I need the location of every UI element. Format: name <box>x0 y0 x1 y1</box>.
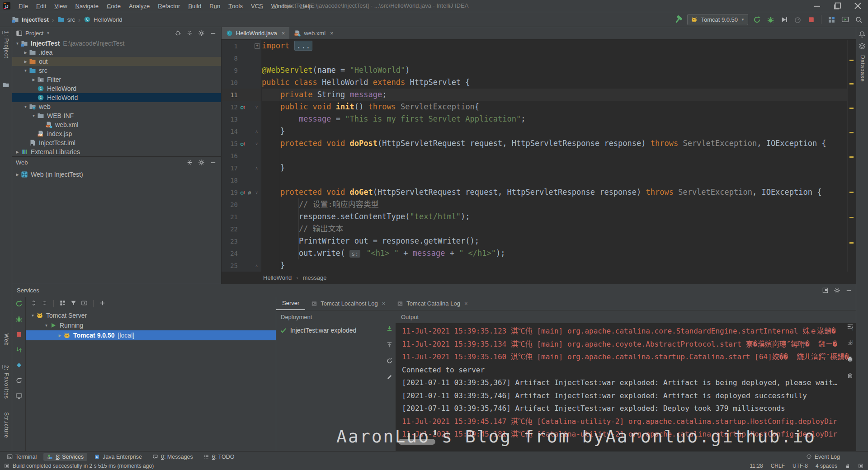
editor-tab-web-xml[interactable]: </>web.xml× <box>289 27 338 39</box>
tree-item-injecttest-iml[interactable]: InjectTest.iml <box>12 138 221 147</box>
gutter-line-16[interactable]: 16 <box>222 150 261 162</box>
minimize-button[interactable] <box>807 0 827 12</box>
tree-item-web-in-injecttest[interactable]: ▶Web (in InjectTest) <box>12 170 221 179</box>
menu-tools[interactable]: Tools <box>224 0 247 12</box>
gutter-line-24[interactable]: 24 <box>222 247 261 259</box>
breadcrumb-helloworld[interactable]: CHelloWorld <box>84 16 122 23</box>
profiler-button[interactable] <box>793 14 802 24</box>
gear-button[interactable] <box>832 287 841 295</box>
code-line-8[interactable] <box>262 52 848 64</box>
code-line-11[interactable]: private String message; <box>262 89 848 101</box>
gutter-line-19[interactable]: 19@∨ <box>222 186 261 198</box>
tree-item-web-inf[interactable]: ▼WEB-INF <box>12 111 221 120</box>
stop-button[interactable] <box>806 14 816 24</box>
expand-arrow-icon[interactable]: ▼ <box>14 42 21 46</box>
status-widget-4-spaces[interactable]: 4 spaces <box>816 463 837 469</box>
fold-marker-icon[interactable]: ∨ <box>254 141 259 146</box>
code-line-12[interactable]: public void init() throws ServletExcepti… <box>262 101 848 113</box>
menu-navigate[interactable]: Navigate <box>71 0 103 12</box>
fold-marker-icon[interactable]: ∧ <box>254 263 259 268</box>
code-editor[interactable]: import ...@WebServlet(name = "HelloWorld… <box>262 40 848 272</box>
gear-button[interactable] <box>197 159 206 167</box>
code-line-21[interactable]: response.setContentType("text/html"); <box>262 211 848 223</box>
expand-arrow-icon[interactable]: ▼ <box>22 69 29 73</box>
expand-arrow-icon[interactable]: ▼ <box>43 324 50 328</box>
code-line-23[interactable]: PrintWriter out = response.getWriter(); <box>262 235 848 247</box>
rerun-button[interactable] <box>15 300 23 309</box>
coverage-button[interactable] <box>779 14 789 24</box>
code-line-25[interactable]: } <box>262 259 848 272</box>
output-console[interactable]: 11-Jul-2021 15:39:35.123 淇℃伅 [main] org.… <box>396 323 856 451</box>
fold-marker-icon[interactable]: ∨ <box>254 190 259 195</box>
debug-button[interactable] <box>15 315 23 324</box>
group-button[interactable] <box>59 300 66 308</box>
bell-icon[interactable] <box>859 31 866 38</box>
tree-item-idea[interactable]: ▶.idea <box>12 48 221 57</box>
layout-button[interactable] <box>826 14 836 24</box>
fold-marker-icon[interactable]: ∨ <box>254 105 259 109</box>
code-line-18[interactable] <box>262 174 848 186</box>
debug-button[interactable] <box>765 14 775 24</box>
gutter-line-11[interactable]: 11 <box>222 89 261 101</box>
menu-edit[interactable]: Edit <box>32 0 50 12</box>
gutter-line-20[interactable]: 20 <box>222 198 261 211</box>
tree-item-running[interactable]: ▼Running <box>26 320 276 330</box>
frame-button[interactable] <box>81 300 88 308</box>
sidebar-tab-project[interactable]: 1: Project <box>0 31 12 58</box>
preview-button[interactable] <box>840 14 850 24</box>
hide-button[interactable] <box>208 159 217 167</box>
monitor-button[interactable] <box>15 392 23 401</box>
gem-button[interactable] <box>15 362 23 371</box>
tree-item-helloworld[interactable]: CHelloWorld <box>12 93 221 102</box>
gutter-line-14[interactable]: 14∧ <box>222 125 261 137</box>
sidebar-tab-structure[interactable]: Structure <box>0 412 12 438</box>
add-button[interactable] <box>99 300 106 308</box>
filter-button[interactable] <box>70 300 77 308</box>
tree-item-tomcat-9-0-50[interactable]: ▶Tomcat 9.0.50[local] <box>26 330 276 340</box>
scrollend-button[interactable] <box>847 339 854 348</box>
gutter-line-9[interactable]: 9 <box>222 64 261 76</box>
code-line-1[interactable]: import ... <box>262 40 848 52</box>
code-line-9[interactable]: @WebServlet(name = "HelloWorld") <box>262 64 848 76</box>
gutter-line-23[interactable]: 23 <box>222 235 261 247</box>
status-widget-crlf[interactable]: CRLF <box>771 463 785 469</box>
tree-item-helloword[interactable]: CHelloWord <box>12 84 221 93</box>
fold-marker-icon[interactable]: ∧ <box>254 166 259 170</box>
close-tab-icon[interactable]: × <box>464 300 468 307</box>
code-line-15[interactable]: protected void doPost(HttpServletRequest… <box>262 137 848 150</box>
toolwindow-button-terminal[interactable]: Terminal <box>3 453 40 461</box>
close-tab-icon[interactable]: × <box>330 30 334 37</box>
float-button[interactable] <box>821 287 830 295</box>
deploy-button[interactable] <box>15 346 23 355</box>
expand-arrow-icon[interactable]: ▼ <box>22 105 29 109</box>
sidebar-tab-database[interactable]: Database <box>856 55 868 82</box>
gutter-line-8[interactable]: 8 <box>222 52 261 64</box>
services-tab-tomcat-localhost-log[interactable]: Tomcat Localhost Log× <box>305 297 391 310</box>
menu-code[interactable]: Code <box>103 0 125 12</box>
gutter-line-18[interactable]: 18 <box>222 174 261 186</box>
horizontal-scrollbar-thumb[interactable] <box>398 439 435 445</box>
gutter-line-15[interactable]: 15∨ <box>222 137 261 150</box>
hide-button[interactable] <box>208 29 217 37</box>
code-line-20[interactable]: // 设置:响应内容类型 <box>262 198 848 211</box>
collapse-button[interactable] <box>185 29 194 37</box>
hide-button[interactable] <box>844 287 853 295</box>
toolwindow-button-java-enterprise[interactable]: EJava Enterprise <box>90 453 146 461</box>
breadcrumb-src[interactable]: src <box>57 16 75 23</box>
expand-button[interactable] <box>30 300 37 308</box>
refresh-button[interactable] <box>15 377 23 386</box>
expand-arrow-icon[interactable]: ▶ <box>57 334 63 338</box>
code-line-14[interactable]: } <box>262 125 848 137</box>
fold-marker-icon[interactable]: ∧ <box>254 129 259 134</box>
menu-analyze[interactable]: Analyze <box>125 0 154 12</box>
gutter-line-22[interactable]: 22 <box>222 223 261 235</box>
menu-run[interactable]: Run <box>205 0 224 12</box>
chevron-down-icon[interactable]: ▼ <box>46 31 50 35</box>
services-tab-tomcat-catalina-log[interactable]: Tomcat Catalina Log× <box>391 297 473 310</box>
trash-button[interactable] <box>847 372 854 381</box>
rerun-button[interactable] <box>752 14 762 24</box>
tree-item-index-jsp[interactable]: JSPindex.jsp <box>12 129 221 138</box>
gutter-line-21[interactable]: 21 <box>222 211 261 223</box>
gutter-line-10[interactable]: 10 <box>222 76 261 89</box>
toolwindow-button-8-services[interactable]: 8: Services <box>43 453 87 461</box>
